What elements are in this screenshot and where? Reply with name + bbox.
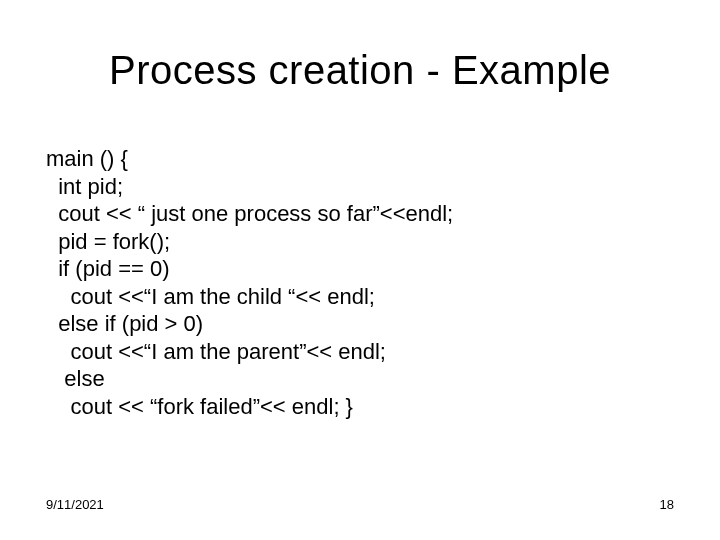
code-line: pid = fork(); (46, 228, 666, 256)
code-block: main () { int pid; cout << “ just one pr… (46, 145, 666, 420)
code-line: cout <<“I am the child “<< endl; (46, 283, 666, 311)
code-line: cout << “ just one process so far”<<endl… (46, 200, 666, 228)
footer-date: 9/11/2021 (46, 497, 104, 512)
code-line: main () { (46, 145, 666, 173)
code-line: int pid; (46, 173, 666, 201)
code-line: cout << “fork failed”<< endl; } (46, 393, 666, 421)
code-line: else if (pid > 0) (46, 310, 666, 338)
code-line: else (46, 365, 666, 393)
slide-title: Process creation - Example (0, 48, 720, 93)
code-line: if (pid == 0) (46, 255, 666, 283)
footer-page-number: 18 (660, 497, 674, 512)
slide: Process creation - Example main () { int… (0, 0, 720, 540)
code-line: cout <<“I am the parent”<< endl; (46, 338, 666, 366)
